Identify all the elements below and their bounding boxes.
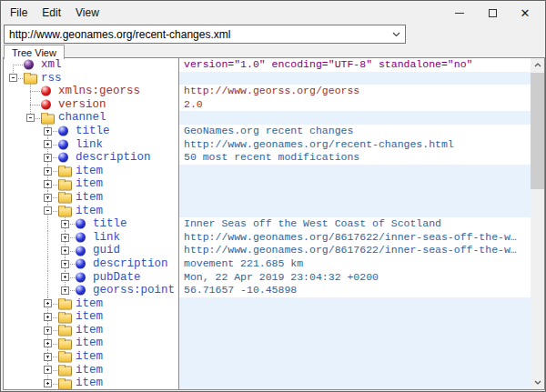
tree-node-label[interactable]: item xyxy=(76,364,103,377)
scrollbar-track[interactable] xyxy=(531,72,544,376)
tree-node-label[interactable]: link xyxy=(93,231,120,245)
expand-toggle-icon[interactable] xyxy=(61,246,69,255)
tree-node-label[interactable]: item xyxy=(76,297,103,311)
tree-node-label[interactable]: xml xyxy=(41,58,62,72)
collapse-toggle-icon[interactable] xyxy=(9,74,17,82)
element-ball-icon xyxy=(76,219,86,229)
tree-node-label[interactable]: item xyxy=(76,377,103,389)
tree-node-xml[interactable]: xml xyxy=(4,58,178,72)
tree-node-label[interactable]: title xyxy=(93,217,127,231)
expand-toggle-icon[interactable] xyxy=(44,167,52,176)
tree-node-item[interactable]: item xyxy=(4,297,178,311)
maximize-button[interactable] xyxy=(476,2,509,24)
expand-toggle-icon[interactable] xyxy=(44,127,52,136)
expand-toggle-icon[interactable] xyxy=(44,313,52,321)
tree-node-item[interactable]: item xyxy=(4,364,178,377)
expand-toggle-icon[interactable] xyxy=(61,220,69,228)
collapse-toggle-icon[interactable] xyxy=(26,114,35,122)
tree-node-guid[interactable]: guid xyxy=(4,244,178,257)
tree-node-label[interactable]: item xyxy=(76,350,103,364)
tree-node-label[interactable]: guid xyxy=(93,244,120,257)
tree-node-channel[interactable]: channel xyxy=(4,111,178,125)
value-row: http://www.geonames.org/8617622/inner-se… xyxy=(179,244,531,257)
expand-toggle-icon[interactable] xyxy=(44,140,52,148)
tree-node-link[interactable]: link xyxy=(4,231,178,245)
tree-node-label[interactable]: channel xyxy=(58,111,106,125)
expand-toggle-icon[interactable] xyxy=(44,327,52,335)
tree-node-label[interactable]: description xyxy=(76,151,151,165)
close-button[interactable]: ✕ xyxy=(509,2,541,24)
tree-node-georss:point[interactable]: georss:point xyxy=(4,284,178,297)
value-row: Mon, 22 Apr 2019 23:04:32 +0200 xyxy=(179,271,531,285)
element-ball-icon xyxy=(76,233,86,243)
tree-node-version[interactable]: version xyxy=(4,98,178,112)
tree-node-title[interactable]: title xyxy=(4,125,178,138)
element-ball-icon xyxy=(58,126,68,136)
scroll-down-button[interactable] xyxy=(531,376,544,389)
tree-node-label[interactable]: item xyxy=(76,205,103,218)
tree-node-pubDate[interactable]: pubDate xyxy=(4,271,178,285)
tree-node-item[interactable]: item xyxy=(4,177,178,191)
value-row: 50 most recent modifications xyxy=(179,151,531,165)
chevron-down-icon xyxy=(392,32,400,37)
chevron-down-icon xyxy=(534,380,541,385)
value-row-empty xyxy=(179,72,531,85)
scroll-up-button[interactable] xyxy=(531,58,544,72)
expand-toggle-icon[interactable] xyxy=(44,194,52,202)
expand-toggle-icon[interactable] xyxy=(44,379,52,387)
tab-tree-view[interactable]: Tree View xyxy=(4,45,65,59)
expand-toggle-icon[interactable] xyxy=(61,234,69,242)
vertical-scrollbar[interactable] xyxy=(531,58,544,389)
tree-node-item[interactable]: item xyxy=(4,377,178,389)
tree-node-label[interactable]: item xyxy=(76,324,103,337)
menu-edit[interactable]: Edit xyxy=(35,4,68,22)
url-input[interactable] xyxy=(5,28,387,41)
tree-node-item[interactable]: item xyxy=(4,310,178,324)
tree-node-label[interactable]: item xyxy=(76,191,103,205)
value-row-empty xyxy=(179,177,531,191)
tree-node-label[interactable]: item xyxy=(76,310,103,324)
tree-node-label[interactable]: version xyxy=(58,98,106,112)
expand-toggle-icon[interactable] xyxy=(44,366,52,374)
expand-toggle-icon[interactable] xyxy=(61,260,69,268)
tree-node-label[interactable]: title xyxy=(76,125,110,138)
collapse-toggle-icon[interactable] xyxy=(44,206,52,215)
tree-node-label[interactable]: georss:point xyxy=(93,284,175,297)
tree-node-item[interactable]: item xyxy=(4,337,178,350)
tree-node-description[interactable]: description xyxy=(4,151,178,165)
folder-icon xyxy=(58,194,72,204)
tree-node-item[interactable]: item xyxy=(4,324,178,337)
tree-node-item[interactable]: item xyxy=(4,191,178,205)
expand-toggle-icon[interactable] xyxy=(61,273,69,281)
tree-node-label[interactable]: description xyxy=(93,257,168,271)
tree-node-label[interactable]: item xyxy=(76,165,103,178)
tree-node-rss[interactable]: rss xyxy=(4,72,178,85)
expand-toggle-icon[interactable] xyxy=(44,353,52,361)
minimize-button[interactable] xyxy=(443,2,476,24)
scrollbar-thumb[interactable] xyxy=(531,73,544,189)
tree-node-item[interactable]: item xyxy=(4,205,178,218)
folder-icon xyxy=(41,114,55,124)
menu-view[interactable]: View xyxy=(68,4,106,22)
tree-node-label[interactable]: item xyxy=(76,177,103,191)
element-ball-icon xyxy=(76,272,86,282)
expand-toggle-icon[interactable] xyxy=(61,286,69,295)
tree-node-item[interactable]: item xyxy=(4,350,178,364)
tree-node-label[interactable]: rss xyxy=(41,72,62,85)
tree-node-label[interactable]: link xyxy=(76,138,103,152)
tree-node-xmlns:georss[interactable]: xmlns:georss xyxy=(4,85,178,98)
tree-node-label[interactable]: pubDate xyxy=(93,271,141,285)
tree-node-label[interactable]: xmlns:georss xyxy=(58,85,140,98)
expand-toggle-icon[interactable] xyxy=(44,154,52,162)
folder-icon xyxy=(58,167,72,177)
expand-toggle-icon[interactable] xyxy=(44,299,52,307)
expand-toggle-icon[interactable] xyxy=(44,180,52,188)
tree-node-description[interactable]: description xyxy=(4,257,178,271)
menu-file[interactable]: File xyxy=(3,4,35,22)
tree-node-link[interactable]: link xyxy=(4,138,178,152)
tree-node-title[interactable]: title xyxy=(4,217,178,231)
expand-toggle-icon[interactable] xyxy=(44,339,52,347)
combobox-dropdown-button[interactable] xyxy=(387,25,405,43)
tree-node-item[interactable]: item xyxy=(4,165,178,178)
tree-node-label[interactable]: item xyxy=(76,337,103,350)
